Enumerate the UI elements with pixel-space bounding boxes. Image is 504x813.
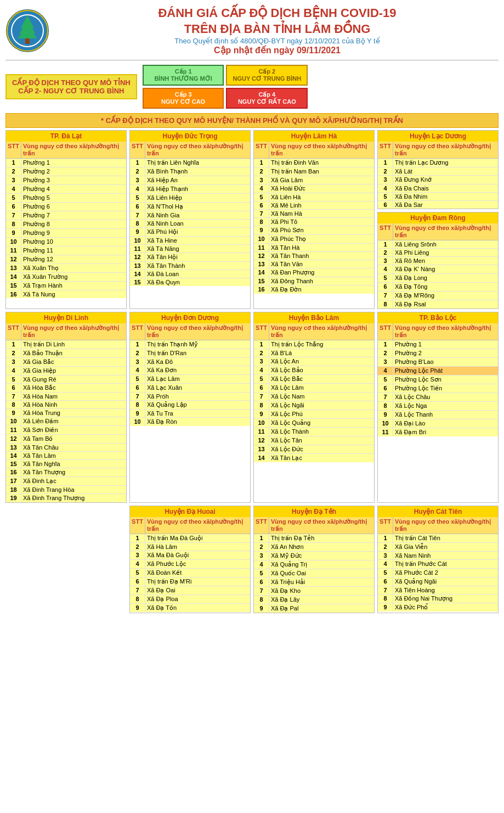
row-stt: 3 xyxy=(130,358,145,366)
row-stt: 11 xyxy=(6,426,21,434)
row-name: Phường 12 xyxy=(21,255,126,263)
row-stt: 2 xyxy=(130,167,145,176)
svg-rect-6 xyxy=(25,38,30,44)
column-headers: STTVùng nguy cơ theo xã/phường/thị trấn xyxy=(254,142,374,159)
row-name: Xã N'Thol Hạ xyxy=(145,203,250,211)
table-row: 1Thị trấn Di Linh xyxy=(6,340,126,349)
table-row: 13Xã Tân Thành xyxy=(130,262,250,270)
row-name: Xã Đinh Trang Thượng xyxy=(21,494,126,502)
table-row: 11Xã Tà Năng xyxy=(130,245,250,253)
row-name: Xã Hoài Đức xyxy=(269,184,374,193)
row-name: Xã Tà Nung xyxy=(21,290,126,298)
col-name-header: Vùng nguy cơ theo xã/phường/thị trấn xyxy=(21,142,126,159)
row-name: Xã Hòa Nam xyxy=(21,393,126,400)
table-row: 2Xã Bình Thạnh xyxy=(130,167,250,176)
table-row: 8Xã Hòa Ninh xyxy=(6,401,126,409)
row-name: Phường 7 xyxy=(21,211,126,220)
district-header: TP. Bảo Lộc xyxy=(378,312,498,323)
row-name: Thị trấn Lạc Dương xyxy=(393,159,498,167)
table-row: 9Xã Phú Hội xyxy=(130,228,250,237)
row-name: Xã Tiên Hoàng xyxy=(393,586,498,594)
row-name: Xã Rô Men xyxy=(393,257,498,265)
level-boxes: Cấp 1 BÌNH THƯỜNG MỚI Cấp 2 NGUY CƠ TRUN… xyxy=(143,65,308,109)
row-name: Thị trấn Đạ M'Ri xyxy=(145,577,250,586)
table-row: 3Xã Gia Lâm xyxy=(254,176,374,184)
col-stt-header: STT xyxy=(254,517,269,534)
table-row: 9Xã Đạ Tồn xyxy=(130,604,250,612)
row-name: Thị trấn Phước Cát xyxy=(393,560,498,568)
column-headers: STTVùng nguy cơ theo xã/phường/thị trấn xyxy=(378,142,498,159)
row-name: Xã Phi Liêng xyxy=(393,249,498,256)
table-row: 10Phường 10 xyxy=(6,238,126,246)
row-name: Phường 2 xyxy=(21,167,126,176)
col-stt-header: STT xyxy=(6,142,21,159)
table-row: 1Xã Liêng Srônh xyxy=(378,240,498,249)
row-stt: 4 xyxy=(6,367,21,375)
row-name: Xã Đà Loan xyxy=(145,270,250,278)
row-stt: 3 xyxy=(6,358,21,366)
table-row: 8Phường 8 xyxy=(6,220,126,229)
table-row: 12Xã Tân Thanh xyxy=(254,252,374,260)
row-stt: 10 xyxy=(6,238,21,246)
table-row: 1Phường 1 xyxy=(378,340,498,349)
col-name-header: Vùng nguy cơ theo xã/phường/thị trấn xyxy=(269,517,374,534)
row-stt: 1 xyxy=(254,534,269,542)
col-name-header: Vùng nguy cơ theo xã/phường/thị trấn xyxy=(269,142,374,159)
row-name: Xã Lộc Lâm xyxy=(269,384,374,392)
row-stt: 8 xyxy=(130,595,145,603)
row-name: Xã B'Lá xyxy=(269,349,374,357)
table-row: 14Xã Đà Loan xyxy=(130,270,250,278)
row-stt: 5 xyxy=(254,375,269,383)
row-stt: 1 xyxy=(130,534,145,542)
row-stt: 6 xyxy=(378,201,393,209)
table-row: 7Xã Nam Hà xyxy=(254,210,374,218)
column-headers: STTVùng nguy cơ theo xã/phường/thị trấn xyxy=(130,517,250,534)
table-row: 2Xã An Nhơn xyxy=(254,543,374,552)
row-stt: 2 xyxy=(378,249,393,256)
row-name: Xã Phước Cát 2 xyxy=(393,569,498,577)
row-name: Xã Phúc Thọ xyxy=(269,235,374,243)
province-level-line1: CẤP ĐỘ DỊCH THEO QUY MÔ TỈNH xyxy=(12,79,131,87)
row-name: Xã Tân Thanh xyxy=(269,252,374,260)
row-stt: 7 xyxy=(378,291,393,300)
table-row: 12Phường 12 xyxy=(6,255,126,264)
table-row: 5Xã Lạc Lâm xyxy=(130,375,250,384)
col-name-header: Vùng nguy cơ theo xã/phường/thị trấn xyxy=(393,323,498,340)
row-stt: 14 xyxy=(254,268,269,277)
table-row: 13Xã Tân Châu xyxy=(6,444,126,452)
table-row: 5Xã Đoàn Kết xyxy=(130,569,250,577)
table-row: 1Thị trấn Lạc Dương xyxy=(378,159,498,167)
level-1-sub: BÌNH THƯỜNG MỚI xyxy=(149,75,218,82)
col-name-header: Vùng nguy cơ theo xã/phường/thị trấn xyxy=(21,323,126,340)
table-row: 6Xã Lạc Xuân xyxy=(130,384,250,393)
row-stt: 7 xyxy=(378,393,393,401)
row-stt: 8 xyxy=(254,218,269,226)
row-name: Xã Xuân Thọ xyxy=(21,264,126,272)
row-name: Xã Tam Bố xyxy=(21,435,126,443)
column-headers: STTVùng nguy cơ theo xã/phường/thị trấn xyxy=(254,323,374,340)
col-name-header: Vùng nguy cơ theo xã/phường/thị trấn xyxy=(145,517,250,534)
row-name: Phường 3 xyxy=(21,176,126,184)
row-stt: 5 xyxy=(378,569,393,577)
col-name-header: Vùng nguy cơ theo xã/phường/thị trấn xyxy=(393,517,498,534)
row-stt: 1 xyxy=(378,340,393,349)
district-table: Huyện Đạ HuoaiSTTVùng nguy cơ theo xã/ph… xyxy=(129,506,251,613)
table-row: 2Xã Bảo Thuận xyxy=(6,349,126,358)
row-stt: 5 xyxy=(378,274,393,282)
row-name: Xã Lộc Phú xyxy=(269,410,374,418)
row-name: Xã Lát xyxy=(393,167,498,175)
row-name: Xã Hiệp Thạnh xyxy=(145,185,250,193)
row-name: Xã Đạ Tông xyxy=(393,283,498,291)
table-row: 1Thị trấn Đinh Văn xyxy=(254,159,374,167)
table-row: 9Xã Hòa Trung xyxy=(6,409,126,417)
row-name: Xã Hà Lâm xyxy=(145,543,250,551)
row-name: Xã Đạ Lây xyxy=(269,596,374,604)
row-stt: 4 xyxy=(130,366,145,374)
table-row: 4Xã Lộc Bảo xyxy=(254,366,374,375)
col-stt-header: STT xyxy=(130,142,145,159)
row-name: Xã Quảng Lập xyxy=(145,401,250,409)
table-row: 3Xã Nam Ninh xyxy=(378,552,498,560)
row-name: Xã Tân Hà xyxy=(269,244,374,251)
row-name: Xã Lạc Lâm xyxy=(145,375,250,383)
districts-row-2: Huyện Di LinhSTTVùng nguy cơ theo xã/phư… xyxy=(5,312,499,503)
